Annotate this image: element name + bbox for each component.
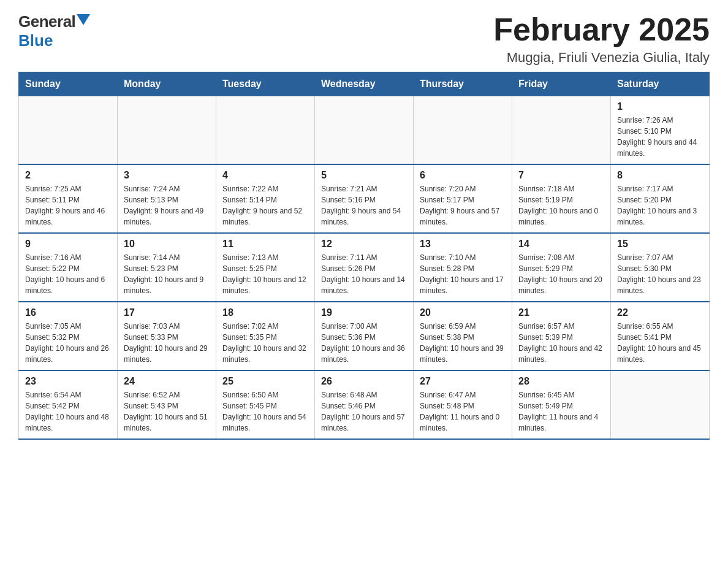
day-number: 16 <box>25 307 111 318</box>
header-cell-wednesday: Wednesday <box>315 72 414 96</box>
day-info: Sunrise: 6:52 AMSunset: 5:43 PMDaylight:… <box>124 389 210 434</box>
calendar-table: SundayMondayTuesdayWednesdayThursdayFrid… <box>18 72 710 440</box>
day-cell: 8Sunrise: 7:17 AMSunset: 5:20 PMDaylight… <box>611 164 710 233</box>
day-cell: 27Sunrise: 6:47 AMSunset: 5:48 PMDayligh… <box>414 370 512 439</box>
day-cell: 13Sunrise: 7:10 AMSunset: 5:28 PMDayligh… <box>414 233 512 302</box>
day-info: Sunrise: 7:16 AMSunset: 5:22 PMDaylight:… <box>25 252 111 296</box>
page-header: General Blue February 2025 Muggia, Friul… <box>18 12 710 66</box>
week-row-2: 2Sunrise: 7:25 AMSunset: 5:11 PMDaylight… <box>19 164 710 233</box>
day-number: 10 <box>124 239 210 250</box>
day-cell: 26Sunrise: 6:48 AMSunset: 5:46 PMDayligh… <box>315 370 414 439</box>
day-number: 3 <box>124 170 210 181</box>
day-info: Sunrise: 7:17 AMSunset: 5:20 PMDaylight:… <box>617 183 703 228</box>
day-number: 19 <box>321 307 407 318</box>
day-info: Sunrise: 7:10 AMSunset: 5:28 PMDaylight:… <box>420 252 506 296</box>
day-cell: 19Sunrise: 7:00 AMSunset: 5:36 PMDayligh… <box>315 302 414 370</box>
calendar-header: SundayMondayTuesdayWednesdayThursdayFrid… <box>19 72 710 96</box>
header-cell-monday: Monday <box>118 72 216 96</box>
day-cell: 5Sunrise: 7:21 AMSunset: 5:16 PMDaylight… <box>315 164 414 233</box>
day-info: Sunrise: 6:50 AMSunset: 5:45 PMDaylight:… <box>222 389 308 434</box>
week-row-4: 16Sunrise: 7:05 AMSunset: 5:32 PMDayligh… <box>19 302 710 370</box>
day-info: Sunrise: 7:25 AMSunset: 5:11 PMDaylight:… <box>25 183 111 228</box>
page-subtitle: Muggia, Friuli Venezia Giulia, Italy <box>493 50 710 66</box>
day-cell: 23Sunrise: 6:54 AMSunset: 5:42 PMDayligh… <box>19 370 118 439</box>
day-number: 21 <box>518 307 604 318</box>
calendar-body: 1Sunrise: 7:26 AMSunset: 5:10 PMDaylight… <box>19 96 710 440</box>
day-cell: 20Sunrise: 6:59 AMSunset: 5:38 PMDayligh… <box>414 302 512 370</box>
day-info: Sunrise: 6:57 AMSunset: 5:39 PMDaylight:… <box>518 321 604 365</box>
day-cell <box>19 96 118 165</box>
day-cell <box>315 96 414 165</box>
day-cell: 16Sunrise: 7:05 AMSunset: 5:32 PMDayligh… <box>19 302 118 370</box>
day-cell: 24Sunrise: 6:52 AMSunset: 5:43 PMDayligh… <box>118 370 216 439</box>
day-number: 28 <box>518 376 604 387</box>
logo: General Blue <box>18 12 90 50</box>
week-row-5: 23Sunrise: 6:54 AMSunset: 5:42 PMDayligh… <box>19 370 710 439</box>
day-info: Sunrise: 7:08 AMSunset: 5:29 PMDaylight:… <box>518 252 604 296</box>
header-cell-sunday: Sunday <box>19 72 118 96</box>
day-number: 20 <box>420 307 506 318</box>
day-number: 24 <box>124 376 210 387</box>
day-number: 22 <box>617 307 703 318</box>
day-info: Sunrise: 7:14 AMSunset: 5:23 PMDaylight:… <box>124 252 210 296</box>
day-info: Sunrise: 7:13 AMSunset: 5:25 PMDaylight:… <box>222 252 308 296</box>
day-info: Sunrise: 6:48 AMSunset: 5:46 PMDaylight:… <box>321 389 407 434</box>
header-cell-friday: Friday <box>512 72 611 96</box>
header-cell-thursday: Thursday <box>414 72 512 96</box>
day-info: Sunrise: 6:59 AMSunset: 5:38 PMDaylight:… <box>420 321 506 365</box>
day-number: 9 <box>25 239 111 250</box>
day-cell: 10Sunrise: 7:14 AMSunset: 5:23 PMDayligh… <box>118 233 216 302</box>
day-info: Sunrise: 7:21 AMSunset: 5:16 PMDaylight:… <box>321 183 407 228</box>
day-info: Sunrise: 7:11 AMSunset: 5:26 PMDaylight:… <box>321 252 407 296</box>
day-cell <box>118 96 216 165</box>
day-number: 4 <box>222 170 308 181</box>
day-cell: 14Sunrise: 7:08 AMSunset: 5:29 PMDayligh… <box>512 233 611 302</box>
day-info: Sunrise: 7:00 AMSunset: 5:36 PMDaylight:… <box>321 321 407 365</box>
day-cell: 9Sunrise: 7:16 AMSunset: 5:22 PMDaylight… <box>19 233 118 302</box>
day-info: Sunrise: 7:22 AMSunset: 5:14 PMDaylight:… <box>222 183 308 228</box>
day-cell: 7Sunrise: 7:18 AMSunset: 5:19 PMDaylight… <box>512 164 611 233</box>
day-number: 26 <box>321 376 407 387</box>
day-cell: 2Sunrise: 7:25 AMSunset: 5:11 PMDaylight… <box>19 164 118 233</box>
day-info: Sunrise: 6:47 AMSunset: 5:48 PMDaylight:… <box>420 389 506 434</box>
day-cell: 11Sunrise: 7:13 AMSunset: 5:25 PMDayligh… <box>216 233 315 302</box>
day-number: 1 <box>617 101 703 112</box>
day-number: 23 <box>25 376 111 387</box>
day-cell: 17Sunrise: 7:03 AMSunset: 5:33 PMDayligh… <box>118 302 216 370</box>
day-cell: 3Sunrise: 7:24 AMSunset: 5:13 PMDaylight… <box>118 164 216 233</box>
day-cell: 21Sunrise: 6:57 AMSunset: 5:39 PMDayligh… <box>512 302 611 370</box>
day-info: Sunrise: 6:45 AMSunset: 5:49 PMDaylight:… <box>518 389 604 434</box>
day-info: Sunrise: 6:55 AMSunset: 5:41 PMDaylight:… <box>617 321 703 365</box>
day-number: 12 <box>321 239 407 250</box>
day-cell: 4Sunrise: 7:22 AMSunset: 5:14 PMDaylight… <box>216 164 315 233</box>
day-cell <box>216 96 315 165</box>
day-number: 7 <box>518 170 604 181</box>
day-number: 5 <box>321 170 407 181</box>
header-cell-tuesday: Tuesday <box>216 72 315 96</box>
day-cell: 6Sunrise: 7:20 AMSunset: 5:17 PMDaylight… <box>414 164 512 233</box>
day-cell: 15Sunrise: 7:07 AMSunset: 5:30 PMDayligh… <box>611 233 710 302</box>
day-number: 14 <box>518 239 604 250</box>
day-info: Sunrise: 7:18 AMSunset: 5:19 PMDaylight:… <box>518 183 604 228</box>
day-cell: 18Sunrise: 7:02 AMSunset: 5:35 PMDayligh… <box>216 302 315 370</box>
day-number: 25 <box>222 376 308 387</box>
day-number: 27 <box>420 376 506 387</box>
day-cell: 12Sunrise: 7:11 AMSunset: 5:26 PMDayligh… <box>315 233 414 302</box>
day-number: 17 <box>124 307 210 318</box>
day-cell: 22Sunrise: 6:55 AMSunset: 5:41 PMDayligh… <box>611 302 710 370</box>
logo-arrow-icon <box>77 14 90 28</box>
day-info: Sunrise: 6:54 AMSunset: 5:42 PMDaylight:… <box>25 389 111 434</box>
title-block: February 2025 Muggia, Friuli Venezia Giu… <box>493 12 710 66</box>
day-info: Sunrise: 7:03 AMSunset: 5:33 PMDaylight:… <box>124 321 210 365</box>
week-row-3: 9Sunrise: 7:16 AMSunset: 5:22 PMDaylight… <box>19 233 710 302</box>
day-cell: 25Sunrise: 6:50 AMSunset: 5:45 PMDayligh… <box>216 370 315 439</box>
day-number: 15 <box>617 239 703 250</box>
header-row: SundayMondayTuesdayWednesdayThursdayFrid… <box>19 72 710 96</box>
day-cell: 28Sunrise: 6:45 AMSunset: 5:49 PMDayligh… <box>512 370 611 439</box>
week-row-1: 1Sunrise: 7:26 AMSunset: 5:10 PMDaylight… <box>19 96 710 165</box>
logo-general-text: General <box>18 12 75 31</box>
svg-marker-0 <box>77 14 90 25</box>
day-number: 11 <box>222 239 308 250</box>
day-cell <box>512 96 611 165</box>
day-number: 13 <box>420 239 506 250</box>
